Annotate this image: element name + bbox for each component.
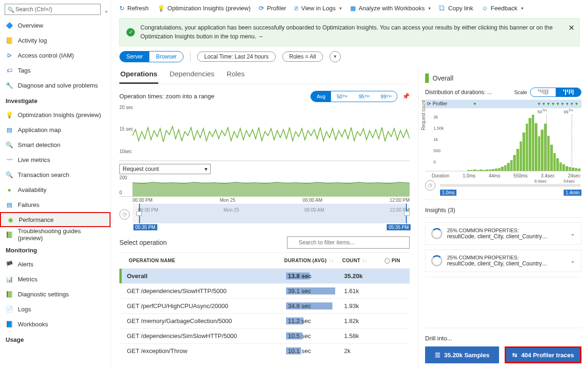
profiler-button[interactable]: ⟳Profiler [259,5,286,12]
profiler-marker-bar[interactable]: ⟳ Profiler ▼ ▼ ▼ ▼ ▼ ▼ ▼ ▼ ▼ ▼ [425,100,581,108]
bulb-icon: 💡 [6,111,13,118]
insight-card-1[interactable]: 25% COMMON PROPERTIES:resultCode, client… [425,222,581,245]
success-banner[interactable]: ✓ Congratulations, your application has … [119,18,580,46]
chart-title: Operation times: zoom into a range [119,93,214,100]
list-icon: ☰ [435,352,441,359]
time-range-slider[interactable]: ◷ 06:00 PMMon 2506:00 AM12:00 PM 05:35 P… [119,204,410,223]
nav-label: Overview [18,22,43,29]
col-pin[interactable]: ◯ PIN [384,258,408,264]
nav-tags[interactable]: 🏷Tags [0,63,110,78]
toolbar: ↻Refresh 💡Optimization Insights (preview… [111,0,588,16]
donut-icon [431,255,442,266]
filter-operations-input[interactable] [287,236,410,249]
nav-availability[interactable]: ●Availability [0,182,110,197]
tab-operations[interactable]: Operations [119,67,158,84]
section-monitoring: Monitoring [0,242,110,257]
server-pill[interactable]: Server [120,52,149,62]
nav-logs[interactable]: 📄Logs [0,302,110,316]
overall-title: Overall [433,74,453,82]
pill-50th[interactable]: 50TH [331,91,353,102]
check-icon: ✓ [126,28,135,37]
sort-icon: ↑↓ [362,258,368,263]
pill-95th[interactable]: 95TH [353,91,375,102]
sidebar: « 🔍 🔷Overview 📒Activity log ᐅAccess cont… [0,0,111,368]
samples-button[interactable]: ☰35.20k Samples [425,346,499,363]
sidebar-search-input[interactable] [5,4,101,15]
nav-label: Alerts [18,261,33,268]
duration-range-slider[interactable]: ◷ 8.9sec 54sec 1.0ms 1.4min [425,179,581,200]
nav-label: Failures [18,201,39,208]
nav-activity-log[interactable]: 📒Activity log [0,33,110,48]
nav-transaction-search[interactable]: 🔍Transaction search [0,167,110,182]
col-count[interactable]: COUNT↑↓ [342,258,384,263]
nav-live-metrics[interactable]: 〰Live metrics [0,152,110,167]
roles-pill[interactable]: Roles = All [282,52,323,62]
nav-alerts[interactable]: 🏴Alerts [0,257,110,272]
nav-label: Transaction search [18,171,69,178]
filter-icon: ▾ [334,53,337,59]
table-row[interactable]: GET /exception/Throw10.1 sec2k [119,343,410,358]
copy-link-button[interactable]: ⿻Copy link [439,5,473,12]
fail-icon: ▤ [6,201,13,208]
duration-histogram[interactable]: Request count 2k 1.50k 1k 500 0 [425,115,581,171]
profiler-traces-button[interactable]: ⇆404 Profiler traces [505,346,581,363]
svg-rect-0 [132,183,410,197]
feedback-button[interactable]: ☺Feedback▾ [482,5,523,12]
nav-workbooks[interactable]: 📘Workbooks [0,316,110,331]
col-operation-name[interactable]: OPERATION NAME [121,258,284,263]
scale-toggle[interactable] [530,88,581,97]
tag-icon: 🏷 [6,66,13,74]
col-duration[interactable]: DURATION (AVG)↑↓ [284,258,342,263]
help-icon: ◯ [384,258,390,263]
tab-dependencies[interactable]: Dependencies [169,67,215,84]
view-in-logs-button[interactable]: ⎚View in Logs▾ [294,5,341,12]
diag-icon: 📗 [6,290,13,298]
pill-99th[interactable]: 99TH [375,91,397,102]
tab-roles[interactable]: Roles [226,67,245,84]
content-tabs: Operations Dependencies Roles [119,67,410,84]
nav-optimization-insights[interactable]: 💡Optimization Insights (preview) [0,107,110,122]
browser-pill[interactable]: Browser [149,52,183,62]
time-range-pill[interactable]: Local Time: Last 24 hours [197,52,275,62]
nav-application-map[interactable]: ▤Application map [0,122,110,137]
section-investigate: Investigate [0,93,110,107]
nav-diagnose[interactable]: 🔧Diagnose and solve problems [0,78,110,93]
nav-label: Tags [18,67,30,74]
nav-label: Application map [18,126,61,133]
insight-card-2[interactable]: 25% COMMON PROPERTIES:resultCode, client… [425,250,581,272]
nav-failures[interactable]: ▤Failures [0,197,110,212]
table-row[interactable]: GET /memory/GarbageCollection/500011.2 s… [119,313,410,328]
nav-smart-detection[interactable]: 🔍Smart detection [0,137,110,152]
analyze-workbooks-button[interactable]: ▦Analyze with Workbooks▾ [350,5,431,12]
nav-diagnostic-settings[interactable]: 📗Diagnostic settings [0,287,110,302]
operation-times-chart[interactable]: 20 sec 15 sec 10sec [119,105,410,161]
pin-icon[interactable]: 📌 [402,93,410,100]
percentile-toggle: Avg 50TH 95TH 99TH [310,91,397,102]
refresh-button[interactable]: ↻Refresh [119,5,149,12]
logs-icon: ⎚ [294,5,298,12]
request-count-chart[interactable]: 200 0 [119,175,410,197]
distribution-title: Distribution of durations: ... [425,89,492,96]
map-icon: ▤ [6,126,13,133]
nav-metrics[interactable]: 📊Metrics [0,272,110,287]
add-filter-button[interactable]: ▾ [330,51,341,62]
table-row[interactable]: GET /dependencies/SlowHTTP/500039.1 sec1… [119,283,410,298]
pill-avg[interactable]: Avg [311,91,331,102]
nav-performance[interactable]: ◉Performance [0,212,110,227]
nav-label: Workbooks [18,321,48,328]
nav-iam[interactable]: ᐅAccess control (IAM) [0,48,110,63]
search-icon: 🔍 [7,7,15,13]
nav-troubleshooting-guides[interactable]: 📗Troubleshooting guides (preview) [0,227,110,242]
select-operation-title: Select operation [119,239,167,246]
nav-label: Diagnose and solve problems [18,82,98,89]
table-row[interactable]: Overall13.8 sec35.20k [119,268,410,283]
nav-overview[interactable]: 🔷Overview [0,18,110,33]
close-icon[interactable]: ✕ [568,23,574,32]
chevron-down-icon: ▾ [205,166,207,172]
table-row[interactable]: GET /perfCPU/HighCPUAsync/2000034.8 sec1… [119,298,410,313]
optimization-insights-button[interactable]: 💡Optimization Insights (preview) [157,5,251,12]
table-row[interactable]: GET /dependencies/SimSlowHTTP/500010.5 s… [119,328,410,343]
chevron-down-icon: ⌄ [570,257,575,264]
overall-indicator [425,74,429,83]
nav-label: Smart detection [18,141,60,148]
